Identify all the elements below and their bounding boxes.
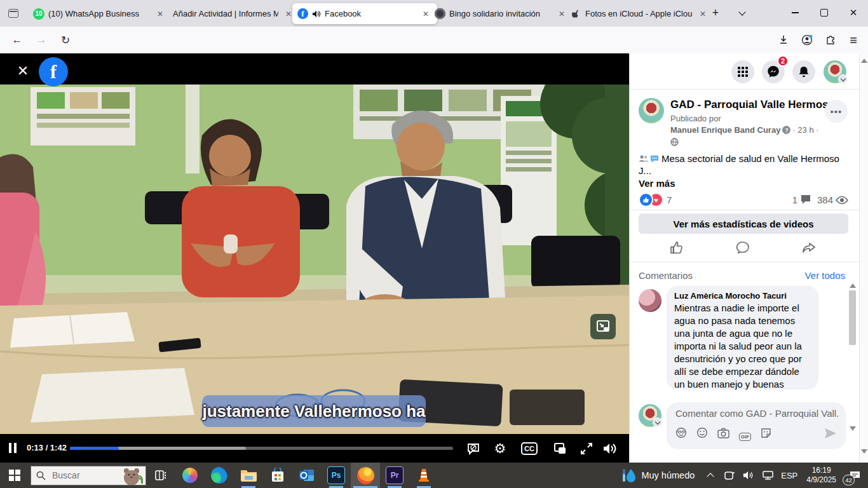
profile-chevron-icon[interactable]	[838, 74, 848, 84]
page-scroll-down-icon[interactable]	[861, 449, 867, 454]
taskbar-search[interactable]	[31, 466, 146, 485]
send-comment-button[interactable]	[824, 428, 837, 442]
reactions-count[interactable]: 7	[667, 194, 672, 205]
theater-mode-button[interactable]	[552, 440, 568, 457]
weather-widget[interactable]: Muy húmedo	[616, 468, 701, 483]
see-all-comments-link[interactable]: Ver todos	[805, 270, 845, 281]
camera-icon[interactable]	[717, 426, 731, 440]
account-button[interactable]	[797, 30, 817, 50]
tray-show-hidden-button[interactable]	[701, 463, 720, 488]
comment-button[interactable]	[730, 239, 756, 257]
reload-button[interactable]: ↻	[56, 30, 75, 50]
taskbar-firefox-button[interactable]	[351, 463, 380, 488]
comment-icon	[736, 241, 750, 255]
like-button[interactable]	[664, 239, 689, 257]
author-name[interactable]: Manuel Enrique Band Curay	[670, 125, 780, 135]
cards-icon	[553, 442, 567, 456]
task-view-button[interactable]	[146, 463, 175, 488]
page-name[interactable]: GAD - Parroquial Valle Hermoso	[670, 98, 835, 111]
pause-button[interactable]	[9, 443, 19, 453]
video-close-button[interactable]: ✕	[14, 62, 32, 80]
page-scrollbar[interactable]	[859, 53, 868, 463]
tab-label: Añadir Actividad | Informes Mens	[173, 9, 278, 18]
like-reaction-icon[interactable]	[639, 193, 653, 207]
whatsapp-unread-badge: 10	[33, 8, 44, 20]
emoji-icon[interactable]	[695, 426, 709, 440]
taskbar-explorer-button[interactable]	[234, 463, 263, 488]
video-progress-bar[interactable]	[70, 447, 453, 450]
video-time: 0:13 / 1:42	[27, 443, 67, 452]
tab-audio-icon[interactable]	[312, 10, 321, 18]
search-input[interactable]	[51, 470, 117, 481]
page-scroll-up-icon[interactable]	[861, 58, 867, 63]
composer-avatar-chevron-icon[interactable]	[653, 417, 662, 427]
forward-button[interactable]: →	[32, 30, 51, 50]
volume-button[interactable]	[601, 440, 618, 457]
tray-volume-button[interactable]	[739, 463, 758, 488]
app-menu-button[interactable]: ≡	[844, 30, 863, 50]
tab-facebook-active[interactable]: f Facebook ✕	[292, 3, 437, 24]
share-button[interactable]	[796, 239, 822, 257]
video-subtitle: justamente Vallehermoso ha	[202, 395, 426, 427]
comments-count[interactable]: 1	[792, 194, 797, 205]
fullscreen-button[interactable]	[578, 440, 595, 457]
captions-button[interactable]: CC	[521, 440, 538, 457]
taskbar-outlook-button[interactable]	[292, 463, 322, 488]
video-player[interactable]: ✕ f justamente Vallehermoso ha 0:13 / 1:…	[0, 53, 629, 463]
extensions-button[interactable]	[821, 30, 840, 50]
notification-badge: 42	[843, 475, 855, 485]
video-progress-played	[70, 447, 119, 450]
firefox-view-button[interactable]	[5, 5, 22, 22]
facebook-logo[interactable]: f	[39, 57, 68, 86]
close-icon: ✕	[850, 7, 858, 18]
comments-scrollbar[interactable]	[848, 283, 857, 441]
window-restore-button[interactable]	[810, 0, 839, 25]
taskbar-edge-button[interactable]	[205, 463, 234, 488]
page-avatar[interactable]	[639, 98, 664, 123]
comment-composer[interactable]: GIF	[667, 402, 846, 449]
copilot-button[interactable]	[175, 463, 205, 488]
new-tab-button[interactable]: +	[703, 0, 728, 25]
downloads-button[interactable]	[774, 30, 793, 50]
sticker-icon[interactable]	[759, 426, 773, 440]
avatar-sticker-icon[interactable]	[674, 426, 688, 440]
tab-informes[interactable]: Añadir Actividad | Informes Mens ✕	[164, 3, 300, 24]
windows-taskbar: Ps Pr Muy húmedo	[0, 463, 868, 488]
views-count[interactable]: 384	[817, 194, 833, 205]
window-close-button[interactable]: ✕	[839, 0, 868, 25]
taskbar-vlc-button[interactable]	[409, 463, 438, 488]
picture-in-picture-button[interactable]	[590, 314, 616, 339]
tab-whatsapp[interactable]: 10 (10) WhatsApp Business ✕	[28, 3, 172, 24]
back-button[interactable]: ←	[8, 30, 27, 50]
scroll-down-icon[interactable]	[850, 426, 856, 431]
window-minimize-button[interactable]	[780, 0, 810, 25]
taskbar-photoshop-button[interactable]: Ps	[322, 463, 351, 488]
language-indicator[interactable]: ESP	[777, 463, 801, 488]
comment-bubble[interactable]: Luz Amèrica Morocho Tacuri Mientras a na…	[667, 286, 818, 390]
post-options-button[interactable]: •••	[825, 100, 848, 123]
tray-network-button[interactable]	[758, 463, 777, 488]
pip-icon	[596, 320, 610, 334]
taskbar-clock[interactable]: 16:19 4/9/2025	[801, 466, 841, 485]
tray-app-button[interactable]	[720, 463, 739, 488]
task-view-icon	[154, 469, 167, 482]
comments-scroll-thumb[interactable]	[849, 290, 856, 345]
comment-input[interactable]	[674, 407, 841, 419]
notification-center-button[interactable]: 42	[841, 463, 868, 488]
taskbar-store-button[interactable]	[263, 463, 292, 488]
gif-icon[interactable]: GIF	[738, 430, 752, 444]
see-more-link[interactable]: Ver más	[639, 178, 675, 189]
tab-bingo[interactable]: Bingo solidario invitación ✕	[430, 3, 573, 24]
comment-author[interactable]: Luz Amèrica Morocho Tacuri	[674, 291, 811, 301]
taskbar-premiere-button[interactable]: Pr	[380, 463, 409, 488]
scroll-up-icon[interactable]	[850, 283, 856, 288]
tab-icloud[interactable]: Fotos en iCloud - Apple iClou ✕	[566, 3, 714, 24]
apps-menu-button[interactable]	[731, 60, 754, 83]
notifications-button[interactable]	[792, 60, 815, 83]
commenter-avatar[interactable]	[639, 289, 661, 312]
video-stats-button[interactable]: Ver más estadísticas de videos	[639, 214, 848, 234]
tab-list-dropdown[interactable]	[729, 0, 755, 25]
start-button[interactable]	[0, 463, 29, 488]
hide-comments-button[interactable]	[465, 440, 482, 457]
settings-button[interactable]: ⚙	[492, 440, 508, 457]
